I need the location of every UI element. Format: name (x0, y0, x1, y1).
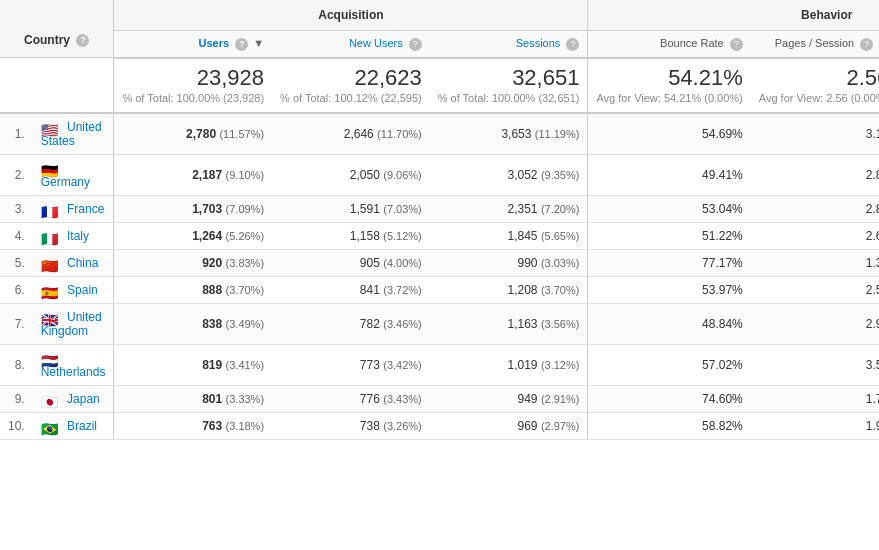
country-cell: 🇨🇳 China (33, 249, 114, 276)
country-link[interactable]: China (67, 256, 98, 270)
new-users-value: 776 (360, 392, 380, 406)
new-users-value: 773 (360, 358, 380, 372)
users-col-sort[interactable]: Users ? (198, 37, 251, 49)
bounce-rate-value: 77.17% (702, 256, 743, 270)
new-users-cell: 776 (3.43%) (272, 385, 430, 412)
pages-session-value: 1.31 (866, 256, 879, 270)
table-row: 7. 🇬🇧 United Kingdom 838 (3.49%) 782 (3.… (0, 303, 879, 344)
rank-cell: 4. (0, 222, 33, 249)
bounce-rate-cell: 58.82% (588, 412, 751, 439)
country-link[interactable]: Brazil (67, 419, 97, 433)
country-flag: 🇬🇧 (41, 312, 59, 324)
users-pct: (5.26%) (226, 230, 265, 242)
users-pct: (11.57%) (219, 128, 264, 140)
new-users-value: 841 (360, 283, 380, 297)
sessions-value: 1,845 (508, 229, 538, 243)
sessions-value: 969 (518, 419, 538, 433)
sessions-value: 990 (518, 256, 538, 270)
total-bounce-rate-sub: Avg for View: 54.21% (0.00%) (596, 91, 742, 106)
new-users-value: 2,646 (344, 127, 374, 141)
bounce-rate-cell: 51.22% (588, 222, 751, 249)
country-flag: 🇺🇸 (41, 122, 59, 134)
totals-row: 23,928 % of Total: 100.00% (23,928) 22,6… (0, 58, 879, 113)
new-users-pct: (5.12%) (383, 230, 422, 242)
country-cell: 🇫🇷 France (33, 195, 114, 222)
total-pages-session: 2.56 (759, 65, 879, 91)
sessions-help-icon[interactable]: ? (566, 38, 579, 51)
new-users-pct: (7.03%) (383, 203, 422, 215)
country-link[interactable]: Spain (67, 283, 98, 297)
sessions-pct: (3.03%) (541, 257, 580, 269)
pages-session-value: 3.56 (866, 358, 879, 372)
users-cell: 801 (3.33%) (114, 385, 272, 412)
users-cell: 920 (3.83%) (114, 249, 272, 276)
rank-cell: 10. (0, 412, 33, 439)
users-cell: 763 (3.18%) (114, 412, 272, 439)
sessions-value: 1,208 (508, 283, 538, 297)
country-cell: 🇺🇸 United States (33, 113, 114, 155)
rank-cell: 6. (0, 276, 33, 303)
total-bounce-rate: 54.21% (596, 65, 742, 91)
new-users-help-icon[interactable]: ? (409, 38, 422, 51)
country-link[interactable]: Germany (41, 175, 90, 189)
new-users-value: 1,158 (350, 229, 380, 243)
bounce-rate-value: 58.82% (702, 419, 743, 433)
country-cell: 🇯🇵 Japan (33, 385, 114, 412)
table-row: 1. 🇺🇸 United States 2,780 (11.57%) 2,646… (0, 113, 879, 155)
sessions-pct: (5.65%) (541, 230, 580, 242)
pages-session-cell: 2.90 (751, 303, 879, 344)
country-help-icon[interactable]: ? (76, 34, 89, 47)
total-new-users: 22,623 (280, 65, 422, 91)
pages-session-cell: 2.80 (751, 154, 879, 195)
bounce-rate-cell: 53.04% (588, 195, 751, 222)
country-link[interactable]: France (67, 202, 104, 216)
users-pct: (3.18%) (226, 420, 265, 432)
rank-cell: 5. (0, 249, 33, 276)
country-flag: 🇳🇱 (41, 353, 59, 365)
users-value: 819 (202, 358, 222, 372)
users-help-icon[interactable]: ? (235, 38, 248, 51)
table-row: 5. 🇨🇳 China 920 (3.83%) 905 (4.00%) 990 … (0, 249, 879, 276)
country-flag: 🇮🇹 (41, 231, 59, 243)
new-users-value: 905 (360, 256, 380, 270)
country-link[interactable]: Italy (67, 229, 89, 243)
users-value: 1,703 (192, 202, 222, 216)
table-row: 2. 🇩🇪 Germany 2,187 (9.10%) 2,050 (9.06%… (0, 154, 879, 195)
rank-cell: 1. (0, 113, 33, 155)
rank-cell: 9. (0, 385, 33, 412)
country-cell: 🇪🇸 Spain (33, 276, 114, 303)
country-cell: 🇬🇧 United Kingdom (33, 303, 114, 344)
new-users-cell: 773 (3.42%) (272, 344, 430, 385)
users-value: 1,264 (192, 229, 222, 243)
sessions-cell: 3,653 (11.19%) (430, 113, 588, 155)
rank-cell: 8. (0, 344, 33, 385)
new-users-pct: (3.42%) (383, 359, 422, 371)
sessions-value: 1,163 (508, 317, 538, 331)
bounce-rate-help-icon[interactable]: ? (730, 38, 743, 51)
country-flag: 🇫🇷 (41, 204, 59, 216)
sessions-pct: (2.91%) (541, 393, 580, 405)
country-column-header: Country (24, 33, 70, 47)
users-value: 888 (202, 283, 222, 297)
bounce-rate-value: 74.60% (702, 392, 743, 406)
new-users-value: 1,591 (350, 202, 380, 216)
sessions-col-sort[interactable]: Sessions ? (516, 37, 580, 49)
sessions-value: 3,052 (508, 168, 538, 182)
country-link[interactable]: Japan (67, 392, 100, 406)
users-cell: 2,187 (9.10%) (114, 154, 272, 195)
users-value: 920 (202, 256, 222, 270)
pages-session-cell: 1.31 (751, 249, 879, 276)
users-pct: (3.49%) (226, 318, 265, 330)
sort-arrow-icon: ▼ (253, 37, 264, 49)
new-users-col-sort[interactable]: New Users ? (349, 37, 422, 49)
sessions-value: 2,351 (508, 202, 538, 216)
sessions-pct: (2.97%) (541, 420, 580, 432)
sessions-pct: (7.20%) (541, 203, 580, 215)
bounce-rate-cell: 74.60% (588, 385, 751, 412)
pages-session-help-icon[interactable]: ? (860, 38, 873, 51)
total-users: 23,928 (122, 65, 264, 91)
new-users-pct: (3.46%) (383, 318, 422, 330)
new-users-pct: (3.26%) (383, 420, 422, 432)
country-link[interactable]: Netherlands (41, 365, 106, 379)
new-users-value: 2,050 (350, 168, 380, 182)
